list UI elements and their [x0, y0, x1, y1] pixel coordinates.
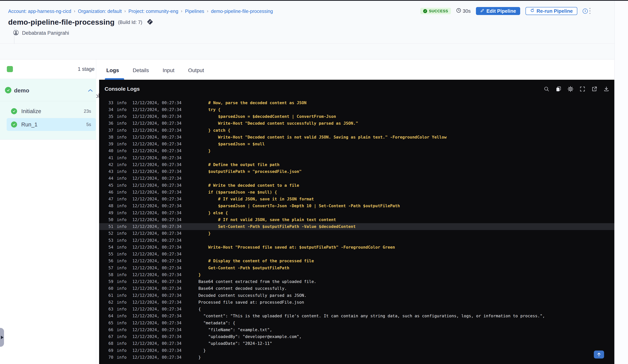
- search-icon[interactable]: [543, 86, 550, 92]
- log-ts: 12/12/2024, 00:27:34: [132, 100, 183, 105]
- step-success-icon: [11, 122, 17, 128]
- console-tab-input[interactable]: Input: [162, 67, 174, 73]
- console-tab-details[interactable]: Details: [133, 67, 149, 73]
- log-msg: $outputFilePath = "processedFile.json": [198, 169, 302, 174]
- log-lvl: info: [117, 279, 127, 284]
- log-line-44: 44info12/12/2024, 00:27:34: [99, 175, 614, 182]
- log-msg: Write-Host "Decoded content successfully…: [198, 121, 358, 126]
- log-line-33: 33info12/12/2024, 00:27:34 # Now, parse …: [99, 99, 614, 106]
- log-line-60: 60info12/12/2024, 00:27:34Base64 content…: [99, 285, 614, 292]
- title-row: demo-pipeline-file-processing (Build Id:…: [8, 17, 154, 27]
- step-initialize[interactable]: Initialize 23s: [0, 106, 96, 116]
- log-ts: 12/12/2024, 00:27:34: [132, 327, 183, 332]
- log-line-39: 39info12/12/2024, 00:27:34 $parsedJson =…: [99, 141, 614, 147]
- expand-left-nav-handle[interactable]: [0, 328, 4, 347]
- log-lvl: info: [117, 183, 127, 188]
- open-in-new-icon[interactable]: [591, 86, 597, 92]
- log-line-67: 67info12/12/2024, 00:27:34 "uploadedBy":…: [99, 333, 614, 340]
- chevron-up-icon[interactable]: [88, 89, 93, 93]
- log-ln: 46: [107, 190, 113, 195]
- breadcrumb: Account: app-harness-ng-cicd› Organizati…: [8, 8, 273, 14]
- breadcrumb-account[interactable]: Account: app-harness-ng-cicd: [8, 8, 71, 14]
- breadcrumb-pipeline-name[interactable]: demo-pipeline-file-processing: [211, 8, 273, 14]
- stage-success-icon: [5, 87, 11, 93]
- rerun-pipeline-button[interactable]: Re-run Pipeline: [526, 7, 577, 15]
- log-lvl: info: [117, 169, 127, 174]
- git-icon[interactable]: [146, 17, 154, 27]
- log-lvl: info: [117, 176, 127, 181]
- log-ts: 12/12/2024, 00:27:34: [132, 286, 183, 291]
- download-icon[interactable]: [603, 86, 609, 92]
- log-lvl: info: [117, 135, 127, 140]
- log-ts: 12/12/2024, 00:27:34: [132, 155, 183, 160]
- console-tab-output[interactable]: Output: [188, 67, 204, 73]
- log-ts: 12/12/2024, 00:27:34: [132, 217, 183, 222]
- more-options-menu[interactable]: [589, 8, 591, 14]
- log-msg: Write-Host "Processed file saved at: $ou…: [198, 245, 395, 250]
- log-lvl: info: [117, 348, 127, 353]
- settings-gear-icon[interactable]: [567, 86, 573, 92]
- log-msg: "uploadDate": "2024-12-11": [198, 341, 272, 346]
- breadcrumb-project[interactable]: Project: community-eng: [128, 8, 178, 14]
- log-ln: 65: [107, 321, 113, 325]
- log-ln: 64: [107, 313, 113, 318]
- log-ln: 37: [107, 128, 113, 133]
- stage-group-header[interactable]: demo: [0, 79, 96, 101]
- log-msg: Set-Content -Path $outputFilePath -Value…: [198, 224, 356, 229]
- log-ts: 12/12/2024, 00:27:34: [132, 197, 183, 201]
- scroll-to-top-button[interactable]: [594, 351, 604, 359]
- log-line-50: 50info12/12/2024, 00:27:34 # If not vali…: [99, 216, 614, 223]
- breadcrumb-organization[interactable]: Organization: default: [78, 8, 122, 14]
- log-line-52: 52info12/12/2024, 00:27:34 }: [99, 230, 614, 237]
- page-header: Account: app-harness-ng-cicd› Organizati…: [0, 1, 614, 44]
- log-line-38: 38info12/12/2024, 00:27:34 Write-Host "D…: [99, 134, 614, 141]
- log-lvl: info: [117, 286, 127, 291]
- log-ts: 12/12/2024, 00:27:34: [132, 238, 183, 243]
- copy-icon[interactable]: [555, 86, 561, 92]
- log-msg: Get-Content -Path $outputFilePath: [198, 266, 289, 270]
- breadcrumb-pipelines[interactable]: Pipelines: [185, 8, 204, 14]
- edit-pipeline-button[interactable]: Edit Pipeline: [476, 7, 520, 15]
- log-ln: 66: [107, 327, 113, 332]
- log-ln: 44: [107, 176, 113, 181]
- log-line-49: 49info12/12/2024, 00:27:34 } else {: [99, 209, 614, 216]
- log-ln: 60: [107, 286, 113, 291]
- log-msg: $parsedJson = $null: [198, 142, 265, 146]
- log-msg: # Now, parse the decoded content as JSON: [198, 100, 307, 105]
- console-tab-logs[interactable]: Logs: [106, 67, 119, 73]
- status-label: SUCCESS: [429, 9, 448, 13]
- run-status-cluster: SUCCESS 30s Edit Pipeline Re-run Pipelin…: [420, 6, 588, 15]
- step-duration: 23s: [84, 109, 91, 114]
- log-msg: $parsedJson = $decodedContent | ConvertF…: [198, 114, 336, 119]
- log-ts: 12/12/2024, 00:27:34: [132, 224, 183, 229]
- log-lvl: info: [117, 341, 127, 346]
- log-lvl: info: [117, 327, 127, 332]
- log-ts: 12/12/2024, 00:27:34: [132, 183, 183, 188]
- log-ln: 52: [107, 231, 113, 236]
- log-msg: "uploadedBy": "developer@example.com",: [198, 334, 302, 339]
- log-line-70: 70info12/12/2024, 00:27:34}: [99, 354, 614, 361]
- log-lvl: info: [117, 162, 127, 167]
- log-ln: 67: [107, 334, 113, 339]
- log-ln: 59: [107, 279, 113, 284]
- log-msg: }: [198, 348, 206, 353]
- log-msg: if ($parsedJson -ne $null) {: [198, 190, 277, 195]
- log-ts: 12/12/2024, 00:27:34: [132, 348, 183, 353]
- rerun-info-icon[interactable]: i: [583, 8, 588, 14]
- log-line-55: 55info12/12/2024, 00:27:34: [99, 251, 614, 258]
- clock-icon: [456, 8, 461, 14]
- log-ln: 70: [107, 355, 113, 360]
- step-success-icon: [11, 108, 17, 114]
- fullscreen-icon[interactable]: [579, 86, 585, 92]
- log-ln: 34: [107, 107, 113, 112]
- pencil-icon: [480, 8, 484, 14]
- rerun-icon: [530, 8, 535, 14]
- log-ln: 54: [107, 245, 113, 250]
- log-msg: }: [198, 355, 201, 360]
- log-ln: 55: [107, 252, 113, 256]
- step-run-1-selected[interactable]: Run_1 5s: [7, 118, 96, 131]
- log-ts: 12/12/2024, 00:27:34: [132, 272, 183, 277]
- stage-count-row: 1 stage: [0, 59, 96, 79]
- log-ts: 12/12/2024, 00:27:34: [132, 293, 183, 298]
- log-ln: 58: [107, 272, 113, 277]
